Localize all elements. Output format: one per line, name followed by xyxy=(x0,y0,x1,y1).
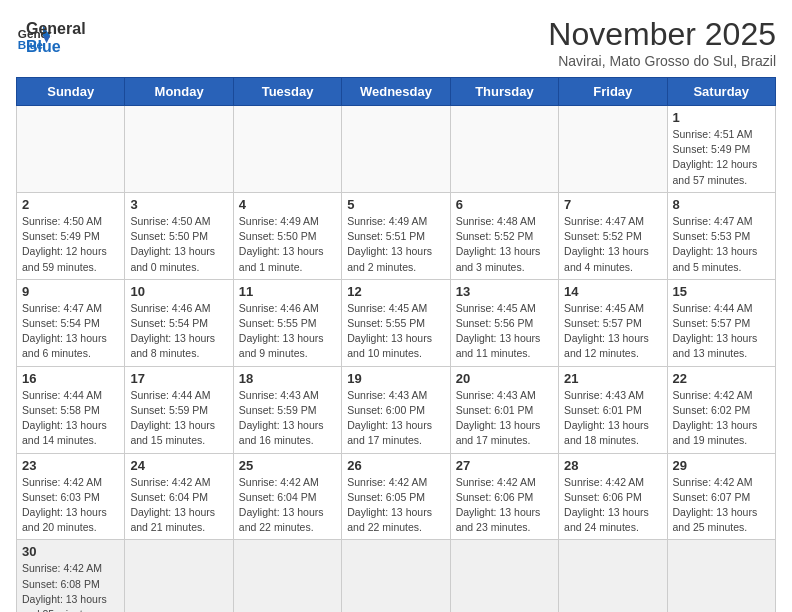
day-22: 22 Sunrise: 4:42 AM Sunset: 6:02 PM Dayl… xyxy=(667,366,775,453)
day-24: 24 Sunrise: 4:42 AM Sunset: 6:04 PM Dayl… xyxy=(125,453,233,540)
empty-cell xyxy=(342,540,450,612)
day-18: 18 Sunrise: 4:43 AM Sunset: 5:59 PM Dayl… xyxy=(233,366,341,453)
day-21: 21 Sunrise: 4:43 AM Sunset: 6:01 PM Dayl… xyxy=(559,366,667,453)
header-thursday: Thursday xyxy=(450,78,558,106)
day-3: 3 Sunrise: 4:50 AM Sunset: 5:50 PM Dayli… xyxy=(125,192,233,279)
day-27: 27 Sunrise: 4:42 AM Sunset: 6:06 PM Dayl… xyxy=(450,453,558,540)
table-row: 2 Sunrise: 4:50 AM Sunset: 5:49 PM Dayli… xyxy=(17,192,776,279)
day-28: 28 Sunrise: 4:42 AM Sunset: 6:06 PM Dayl… xyxy=(559,453,667,540)
logo-blue: Blue xyxy=(26,38,86,56)
table-row: 16 Sunrise: 4:44 AM Sunset: 5:58 PM Dayl… xyxy=(17,366,776,453)
empty-cell xyxy=(17,106,125,193)
title-block: November 2025 Navirai, Mato Grosso do Su… xyxy=(548,16,776,69)
empty-cell xyxy=(125,540,233,612)
page-header: General Blue General Blue November 2025 … xyxy=(16,16,776,69)
day-11: 11 Sunrise: 4:46 AM Sunset: 5:55 PM Dayl… xyxy=(233,279,341,366)
month-title: November 2025 xyxy=(548,16,776,53)
calendar-table: Sunday Monday Tuesday Wednesday Thursday… xyxy=(16,77,776,612)
empty-cell xyxy=(233,106,341,193)
header-wednesday: Wednesday xyxy=(342,78,450,106)
logo-general: General xyxy=(26,20,86,38)
day-30: 30 Sunrise: 4:42 AM Sunset: 6:08 PM Dayl… xyxy=(17,540,125,612)
weekday-header-row: Sunday Monday Tuesday Wednesday Thursday… xyxy=(17,78,776,106)
day-23: 23 Sunrise: 4:42 AM Sunset: 6:03 PM Dayl… xyxy=(17,453,125,540)
header-tuesday: Tuesday xyxy=(233,78,341,106)
header-saturday: Saturday xyxy=(667,78,775,106)
empty-cell xyxy=(342,106,450,193)
empty-cell xyxy=(450,106,558,193)
day-5: 5 Sunrise: 4:49 AM Sunset: 5:51 PM Dayli… xyxy=(342,192,450,279)
day-4: 4 Sunrise: 4:49 AM Sunset: 5:50 PM Dayli… xyxy=(233,192,341,279)
table-row: 9 Sunrise: 4:47 AM Sunset: 5:54 PM Dayli… xyxy=(17,279,776,366)
day-1: 1 Sunrise: 4:51 AM Sunset: 5:49 PM Dayli… xyxy=(667,106,775,193)
day-2: 2 Sunrise: 4:50 AM Sunset: 5:49 PM Dayli… xyxy=(17,192,125,279)
table-row: 23 Sunrise: 4:42 AM Sunset: 6:03 PM Dayl… xyxy=(17,453,776,540)
empty-cell xyxy=(450,540,558,612)
day-15: 15 Sunrise: 4:44 AM Sunset: 5:57 PM Dayl… xyxy=(667,279,775,366)
day-26: 26 Sunrise: 4:42 AM Sunset: 6:05 PM Dayl… xyxy=(342,453,450,540)
day-10: 10 Sunrise: 4:46 AM Sunset: 5:54 PM Dayl… xyxy=(125,279,233,366)
empty-cell xyxy=(559,106,667,193)
table-row: 30 Sunrise: 4:42 AM Sunset: 6:08 PM Dayl… xyxy=(17,540,776,612)
day-12: 12 Sunrise: 4:45 AM Sunset: 5:55 PM Dayl… xyxy=(342,279,450,366)
empty-cell xyxy=(233,540,341,612)
day-9: 9 Sunrise: 4:47 AM Sunset: 5:54 PM Dayli… xyxy=(17,279,125,366)
day-20: 20 Sunrise: 4:43 AM Sunset: 6:01 PM Dayl… xyxy=(450,366,558,453)
day-19: 19 Sunrise: 4:43 AM Sunset: 6:00 PM Dayl… xyxy=(342,366,450,453)
day-7: 7 Sunrise: 4:47 AM Sunset: 5:52 PM Dayli… xyxy=(559,192,667,279)
day-17: 17 Sunrise: 4:44 AM Sunset: 5:59 PM Dayl… xyxy=(125,366,233,453)
day-6: 6 Sunrise: 4:48 AM Sunset: 5:52 PM Dayli… xyxy=(450,192,558,279)
header-monday: Monday xyxy=(125,78,233,106)
empty-cell xyxy=(667,540,775,612)
empty-cell xyxy=(559,540,667,612)
table-row: 1 Sunrise: 4:51 AM Sunset: 5:49 PM Dayli… xyxy=(17,106,776,193)
day-16: 16 Sunrise: 4:44 AM Sunset: 5:58 PM Dayl… xyxy=(17,366,125,453)
empty-cell xyxy=(125,106,233,193)
day-13: 13 Sunrise: 4:45 AM Sunset: 5:56 PM Dayl… xyxy=(450,279,558,366)
header-sunday: Sunday xyxy=(17,78,125,106)
logo: General Blue General Blue xyxy=(16,16,86,56)
day-8: 8 Sunrise: 4:47 AM Sunset: 5:53 PM Dayli… xyxy=(667,192,775,279)
day-29: 29 Sunrise: 4:42 AM Sunset: 6:07 PM Dayl… xyxy=(667,453,775,540)
day-14: 14 Sunrise: 4:45 AM Sunset: 5:57 PM Dayl… xyxy=(559,279,667,366)
header-friday: Friday xyxy=(559,78,667,106)
location: Navirai, Mato Grosso do Sul, Brazil xyxy=(548,53,776,69)
day-25: 25 Sunrise: 4:42 AM Sunset: 6:04 PM Dayl… xyxy=(233,453,341,540)
